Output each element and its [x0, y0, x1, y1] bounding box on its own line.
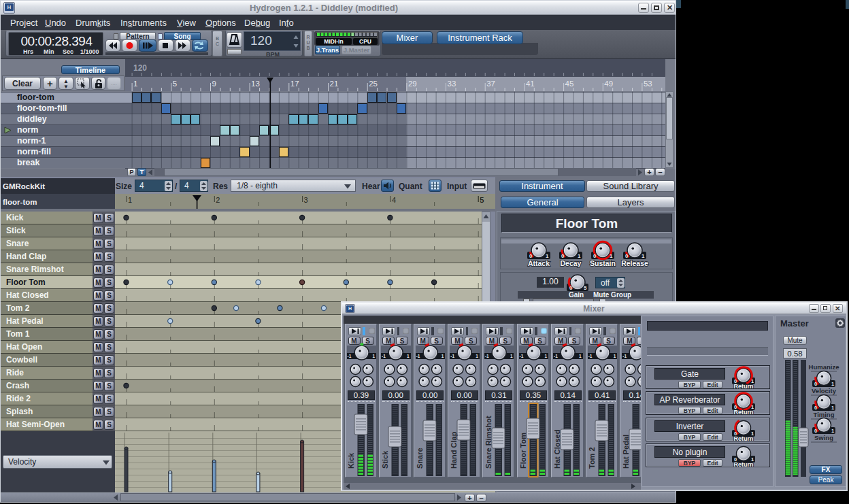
svg-text:0: 0 [569, 285, 573, 291]
svg-text:Return: Return [734, 435, 754, 442]
svg-text:Return: Return [734, 461, 754, 468]
svg-text:Timing: Timing [814, 411, 835, 418]
svg-text:5: 5 [584, 285, 587, 291]
svg-text:Velocity: Velocity [812, 387, 837, 394]
svg-text:Swing: Swing [814, 434, 833, 441]
svg-text:0: 0 [814, 381, 817, 387]
svg-text:1: 1 [831, 428, 834, 434]
svg-text:0: 0 [814, 405, 817, 411]
svg-text:Return: Return [734, 383, 754, 390]
svg-text:1: 1 [831, 381, 834, 387]
svg-text:1: 1 [831, 405, 834, 411]
svg-text:0: 0 [814, 428, 817, 434]
svg-text:Return: Return [734, 409, 754, 416]
svg-text:Humanize: Humanize [809, 363, 839, 371]
